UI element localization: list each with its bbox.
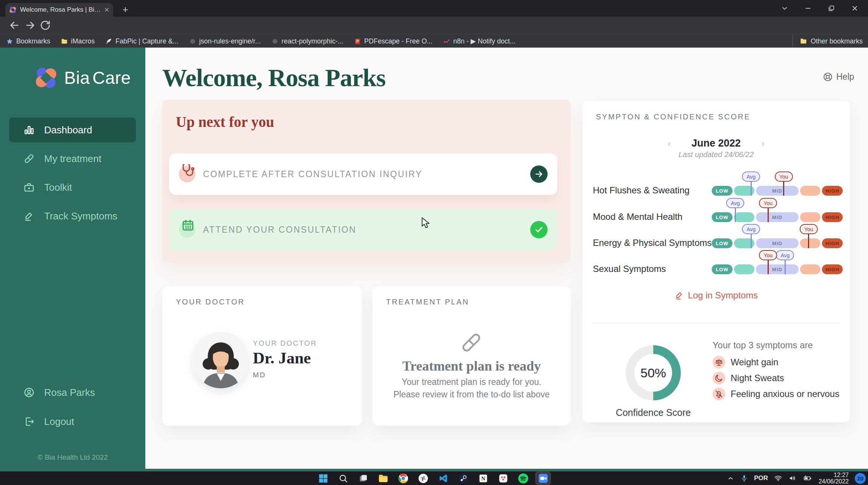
tray-chevron-icon[interactable]: [727, 474, 734, 482]
help-label: Help: [836, 72, 854, 82]
close-icon[interactable]: [848, 2, 861, 15]
avg-marker: Avg: [776, 250, 794, 274]
sidebar-footer: Rosa ParksLogout: [9, 380, 136, 438]
bookmark-item[interactable]: iMacros: [61, 37, 95, 45]
last-updated: Last updated 24/06/22: [582, 150, 850, 159]
slack-taskbar-icon[interactable]: [416, 472, 431, 485]
brand-name: BiaCare: [64, 68, 131, 88]
marker-pill: You: [759, 250, 777, 260]
start-taskbar-icon[interactable]: [315, 472, 331, 485]
avg-marker: Avg: [726, 198, 744, 222]
scale-segment: MID: [756, 238, 799, 248]
vscode-taskbar-icon[interactable]: [436, 472, 451, 485]
star-icon: [6, 38, 13, 45]
up-next-title: Up next for you: [176, 113, 274, 130]
scale-segment: HIGH: [822, 212, 843, 222]
media-taskbar-icon[interactable]: [496, 472, 511, 485]
confidence-label: Confidence Score: [608, 407, 699, 418]
bookmark-label: react-polymorphic-...: [282, 37, 343, 45]
marker-stem: [783, 182, 784, 196]
search-tabs-icon[interactable]: [778, 2, 791, 15]
sidebar-item-toolkit[interactable]: Toolkit: [9, 175, 136, 200]
symptom-item-label: Night Sweats: [731, 373, 784, 383]
task-icon-blob: [179, 221, 195, 238]
language-indicator[interactable]: POR: [754, 474, 768, 482]
explorer-taskbar-icon[interactable]: [376, 472, 391, 485]
task-label: ATTEND YOUR CONSULTATION: [203, 225, 357, 235]
logout-button[interactable]: Logout: [9, 409, 136, 434]
sidebar-item-track-symptoms[interactable]: Track Symptoms: [9, 204, 136, 229]
arrow-right-icon[interactable]: [530, 165, 548, 183]
marker-stem: [808, 234, 809, 248]
symptom-scale: LOWMIDHIGHAvgYou: [712, 238, 843, 248]
task-card[interactable]: ATTEND YOUR CONSULTATION: [169, 209, 557, 250]
folder-icon: [800, 37, 807, 45]
reload-icon[interactable]: [39, 19, 51, 31]
minimize-icon[interactable]: [802, 2, 814, 15]
sidebar-item-label: Dashboard: [44, 124, 92, 136]
bookmark-item[interactable]: FabPic | Capture &...: [105, 37, 179, 45]
bookmarks-list: BookmarksiMacrosFabPic | Capture &...jso…: [0, 37, 516, 45]
chrome-taskbar-icon[interactable]: [396, 472, 411, 485]
browser-toolbar: http://localhost:3000/my Incognito ⋮: [0, 17, 868, 34]
doctor-eyebrow: YOUR DOCTOR: [253, 339, 317, 348]
symptom-list-item: Night Sweats: [713, 372, 839, 385]
moon-icon: [713, 372, 725, 385]
sidebar-item-dashboard[interactable]: Dashboard: [9, 117, 136, 142]
sidebar-user[interactable]: Rosa Parks: [9, 380, 136, 405]
bookmark-item[interactable]: PDFescape - Free O...: [354, 37, 432, 45]
new-tab-button[interactable]: +: [120, 5, 131, 15]
symptom-label: Mood & Mental Health: [593, 212, 682, 222]
forward-icon[interactable]: [24, 19, 36, 31]
symptom-item-label: Weight gain: [731, 357, 778, 368]
symptom-row: Energy & Physical SymptomsLOWMIDHIGHAvgY…: [593, 223, 843, 248]
scale-icon: [713, 356, 725, 369]
scale-segment: [800, 186, 821, 196]
symptom-item-label: Feeling anxious or nervous: [731, 389, 839, 399]
notion-taskbar-icon[interactable]: N: [476, 472, 491, 485]
notification-badge[interactable]: 20: [855, 473, 866, 484]
sidebar-nav: DashboardMy treatmentToolkitTrack Sympto…: [9, 117, 136, 232]
bookmark-item[interactable]: Bookmarks: [6, 37, 50, 45]
bookmark-label: PDFescape - Free O...: [364, 37, 432, 45]
steam-taskbar-icon[interactable]: [456, 472, 471, 485]
task-card[interactable]: COMPLETE AFTER CONSULTATION INQUIRY: [169, 153, 557, 195]
marker-stem: [751, 234, 752, 248]
scale-segment: [800, 264, 821, 274]
zoom-taskbar-icon[interactable]: [536, 472, 551, 485]
symptom-list-item: Feeling anxious or nervous: [713, 388, 839, 400]
wifi-icon[interactable]: [774, 474, 782, 482]
help-button[interactable]: Help: [823, 72, 854, 82]
next-month-icon[interactable]: ›: [762, 138, 765, 149]
symptom-scale: LOWMIDHIGHAvgYou: [712, 264, 843, 274]
clock[interactable]: 12:27 24/06/2022: [819, 472, 849, 485]
tab-title: Welcome, Rosa Parks | Bia Care: [20, 6, 102, 14]
tab-close-icon[interactable]: ✕: [104, 6, 109, 14]
browser-tab[interactable]: Welcome, Rosa Parks | Bia Care ✕: [5, 3, 113, 17]
sidebar-item-my-treatment[interactable]: My treatment: [9, 146, 136, 171]
log-in-symptoms-link[interactable]: Log in Symptoms: [582, 290, 850, 301]
marker-pill: You: [759, 198, 777, 208]
spotify-taskbar-icon[interactable]: [516, 472, 531, 485]
bookmark-item[interactable]: react-polymorphic-...: [271, 37, 343, 45]
search-taskbar-icon[interactable]: [336, 472, 351, 485]
check-icon[interactable]: [530, 221, 548, 238]
bookmark-item[interactable]: json-rules-engine/r...: [189, 37, 261, 45]
scale-segment: [734, 264, 755, 274]
volume-icon[interactable]: [788, 474, 797, 482]
battery-icon[interactable]: [803, 474, 813, 482]
microphone-icon[interactable]: [740, 474, 748, 482]
other-bookmarks[interactable]: Other bookmarks: [793, 34, 863, 48]
marker-pill: You: [800, 224, 818, 234]
doctor-card-header: YOUR DOCTOR: [176, 298, 245, 306]
prev-month-icon[interactable]: ‹: [668, 138, 671, 149]
restore-icon[interactable]: [825, 2, 838, 15]
back-icon[interactable]: [8, 19, 20, 31]
page-title: Welcome, Rosa Parks: [162, 63, 385, 92]
month-label: June 2022: [691, 137, 741, 149]
sidebar-item-label: My treatment: [44, 153, 102, 165]
bookmark-item[interactable]: n8n - ▶ Notify doct...: [443, 37, 516, 45]
taskview-taskbar-icon[interactable]: [356, 472, 371, 485]
scale-segment: [800, 212, 821, 222]
sidebar-user-label: Rosa Parks: [44, 387, 95, 399]
